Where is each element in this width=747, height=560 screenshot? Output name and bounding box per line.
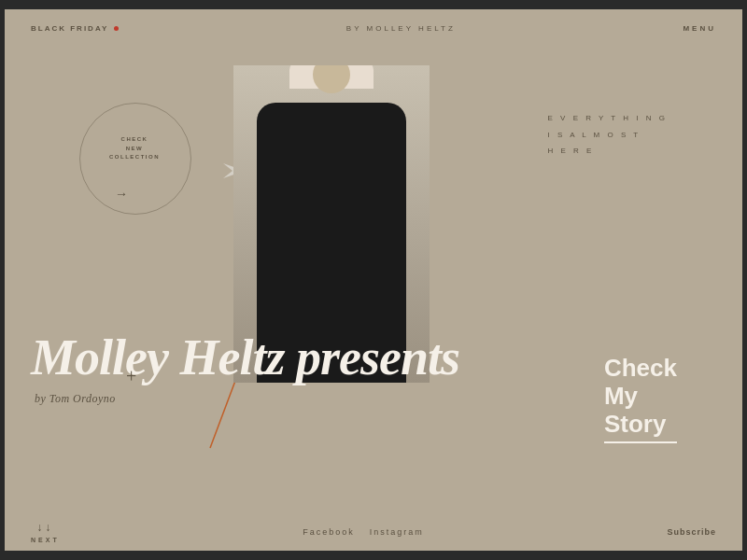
instagram-link[interactable]: Instagram xyxy=(370,527,424,537)
header: BLACK FRIDAY BY MOLLEY HELTZ MENU xyxy=(5,9,742,47)
cta-my: My xyxy=(604,383,677,411)
main-content: CHECK NEW COLLECTION → E V E R Y T H I N… xyxy=(5,47,742,513)
subscribe-button[interactable]: Subscribe xyxy=(667,527,716,537)
menu-button[interactable]: MENU xyxy=(683,24,716,33)
header-byline: BY MOLLEY HELTZ xyxy=(346,24,456,33)
arrow-icon[interactable]: → xyxy=(115,187,128,202)
footer: ↓↓ NEXT Facebook Instagram Subscribe xyxy=(5,513,742,551)
next-label: NEXT xyxy=(31,537,60,543)
header-brand: BLACK FRIDAY xyxy=(31,24,119,33)
down-arrows-icon: ↓↓ xyxy=(36,521,53,535)
main-title: Molley Heltz presents xyxy=(31,332,459,383)
red-dot-icon xyxy=(114,26,119,31)
tagline-text: E V E R Y T H I N G I S A L M O S T H E … xyxy=(548,110,668,160)
cta-story: Story xyxy=(604,411,677,443)
plus-icon: + xyxy=(126,366,136,387)
cta-check: Check xyxy=(604,355,677,383)
brand-name: BLACK FRIDAY xyxy=(31,24,108,33)
check-collection-text: CHECK NEW COLLECTION xyxy=(109,135,160,162)
subtitle-text: by Tom Ordoyno xyxy=(35,392,116,406)
main-frame: BLACK FRIDAY BY MOLLEY HELTZ MENU CHECK … xyxy=(5,9,742,551)
footer-next[interactable]: ↓↓ NEXT xyxy=(31,521,60,543)
cta-block[interactable]: Check My Story xyxy=(604,355,677,443)
footer-social: Facebook Instagram xyxy=(303,527,424,537)
figure-head xyxy=(313,65,350,93)
facebook-link[interactable]: Facebook xyxy=(303,527,355,537)
